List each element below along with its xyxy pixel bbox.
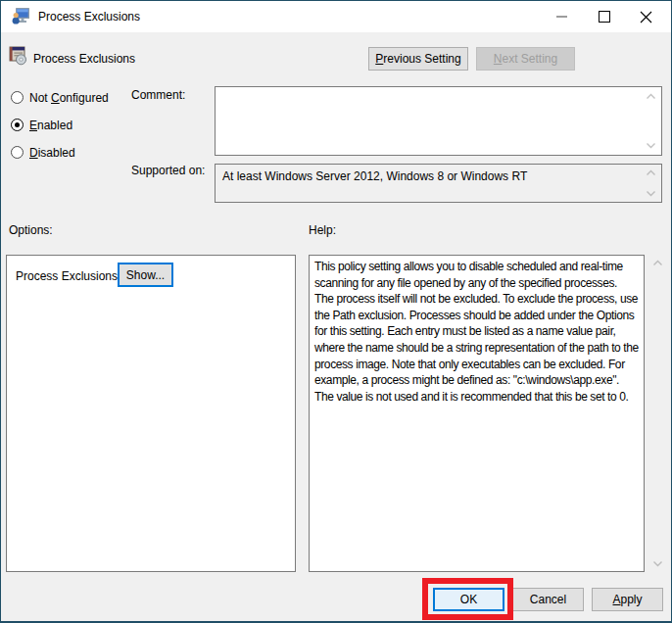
titlebar: Process Exclusions <box>1 1 671 32</box>
chevron-down-icon[interactable] <box>652 560 663 567</box>
supported-on-box: At least Windows Server 2012, Windows 8 … <box>215 164 662 203</box>
maximize-icon <box>599 11 610 23</box>
maximize-button[interactable] <box>583 1 625 32</box>
close-icon <box>640 11 652 24</box>
supported-on-value: At least Windows Server 2012, Windows 8 … <box>222 169 527 183</box>
radio-enabled[interactable]: Enabled <box>11 118 72 132</box>
chevron-down-icon[interactable] <box>646 190 656 197</box>
close-button[interactable] <box>625 1 667 32</box>
group-policy-app-icon <box>11 7 30 26</box>
radio-icon <box>11 146 24 159</box>
minimize-button[interactable] <box>541 1 583 32</box>
radio-label: Disabled <box>29 146 75 160</box>
help-label: Help: <box>309 223 336 237</box>
options-panel: Process Exclusions Show... <box>6 255 296 572</box>
ok-button[interactable]: OK <box>433 588 504 611</box>
chevron-down-icon[interactable] <box>646 142 656 149</box>
previous-setting-button[interactable]: Previous Setting <box>368 47 468 71</box>
help-text-box: This policy setting allows you to disabl… <box>309 255 645 572</box>
options-label: Options: <box>9 223 53 237</box>
chevron-up-icon[interactable] <box>646 169 656 176</box>
cancel-button[interactable]: Cancel <box>512 588 584 611</box>
radio-icon <box>11 91 24 104</box>
radio-disabled[interactable]: Disabled <box>11 145 75 160</box>
window-title: Process Exclusions <box>38 10 140 24</box>
comment-label: Comment: <box>131 88 185 102</box>
policy-setting-dialog: Process Exclusions Process Exclusions Pr… <box>0 0 672 623</box>
apply-button[interactable]: Apply <box>592 588 663 611</box>
radio-icon <box>11 119 24 131</box>
policy-setting-icon <box>9 45 27 66</box>
help-text: This policy setting allows you to disabl… <box>314 260 639 404</box>
radio-not-configured[interactable]: Not Configured <box>11 90 109 105</box>
setting-name: Process Exclusions <box>33 52 135 66</box>
chevron-up-icon[interactable] <box>646 93 656 100</box>
chevron-up-icon[interactable] <box>652 260 663 266</box>
radio-label: Enabled <box>29 119 72 132</box>
supported-on-label: Supported on: <box>131 164 205 177</box>
radio-label: Not Configured <box>29 91 109 105</box>
options-setting-label: Process Exclusions <box>16 269 118 283</box>
minimize-icon <box>556 16 567 18</box>
show-button[interactable]: Show... <box>118 263 173 287</box>
comment-input[interactable] <box>215 86 662 156</box>
help-scrollbar[interactable] <box>648 255 668 572</box>
next-setting-button[interactable]: Next Setting <box>476 47 575 71</box>
